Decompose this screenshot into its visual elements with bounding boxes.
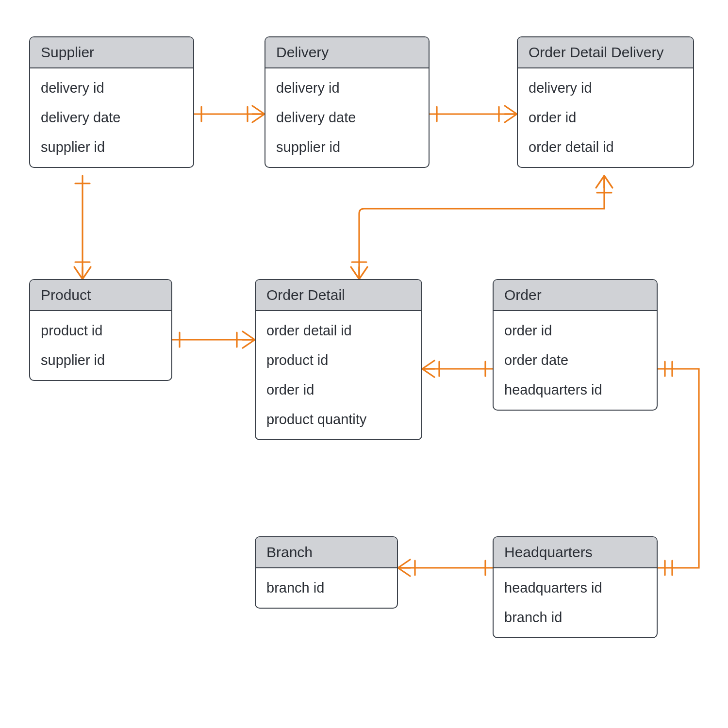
attr: order detail id <box>518 132 693 162</box>
entity-title: Delivery <box>265 37 429 68</box>
attr: delivery id <box>265 73 429 103</box>
attr: product id <box>30 316 171 346</box>
entity-attrs: delivery id order id order detail id <box>518 68 693 167</box>
attr: headquarters id <box>494 573 657 603</box>
entity-attrs: branch id <box>256 568 397 608</box>
er-diagram: Supplier delivery id delivery date suppl… <box>0 0 728 728</box>
entity-supplier[interactable]: Supplier delivery id delivery date suppl… <box>29 36 194 168</box>
attr: delivery id <box>518 73 693 103</box>
entity-attrs: product id supplier id <box>30 311 171 380</box>
entity-attrs: order id order date headquarters id <box>494 311 657 410</box>
attr: product id <box>256 346 421 375</box>
attr: branch id <box>494 603 657 632</box>
rel-od-odd <box>359 176 604 279</box>
attr: order id <box>494 316 657 346</box>
attr: product quantity <box>256 405 421 434</box>
entity-title: Order <box>494 280 657 311</box>
entity-headquarters[interactable]: Headquarters headquarters id branch id <box>493 536 658 638</box>
entity-attrs: headquarters id branch id <box>494 568 657 637</box>
entity-title: Supplier <box>30 37 193 68</box>
attr: delivery date <box>265 103 429 132</box>
entity-product[interactable]: Product product id supplier id <box>29 279 172 381</box>
attr: branch id <box>256 573 397 603</box>
entity-attrs: delivery id delivery date supplier id <box>265 68 429 167</box>
attr: order id <box>518 103 693 132</box>
attr: order id <box>256 375 421 405</box>
entity-attrs: order detail id product id order id prod… <box>256 311 421 439</box>
attr: supplier id <box>265 132 429 162</box>
entity-order[interactable]: Order order id order date headquarters i… <box>493 279 658 411</box>
entity-order-detail[interactable]: Order Detail order detail id product id … <box>255 279 422 440</box>
entity-title: Branch <box>256 537 397 568</box>
attr: order date <box>494 346 657 375</box>
entity-attrs: delivery id delivery date supplier id <box>30 68 193 167</box>
attr: supplier id <box>30 346 171 375</box>
entity-title: Product <box>30 280 171 311</box>
attr: supplier id <box>30 132 193 162</box>
attr: delivery id <box>30 73 193 103</box>
attr: headquarters id <box>494 375 657 405</box>
entity-order-detail-delivery[interactable]: Order Detail Delivery delivery id order … <box>517 36 694 168</box>
entity-title: Order Detail Delivery <box>518 37 693 68</box>
rel-order-hq <box>658 369 699 568</box>
entity-delivery[interactable]: Delivery delivery id delivery date suppl… <box>265 36 430 168</box>
entity-title: Order Detail <box>256 280 421 311</box>
entity-branch[interactable]: Branch branch id <box>255 536 398 609</box>
attr: delivery date <box>30 103 193 132</box>
attr: order detail id <box>256 316 421 346</box>
entity-title: Headquarters <box>494 537 657 568</box>
